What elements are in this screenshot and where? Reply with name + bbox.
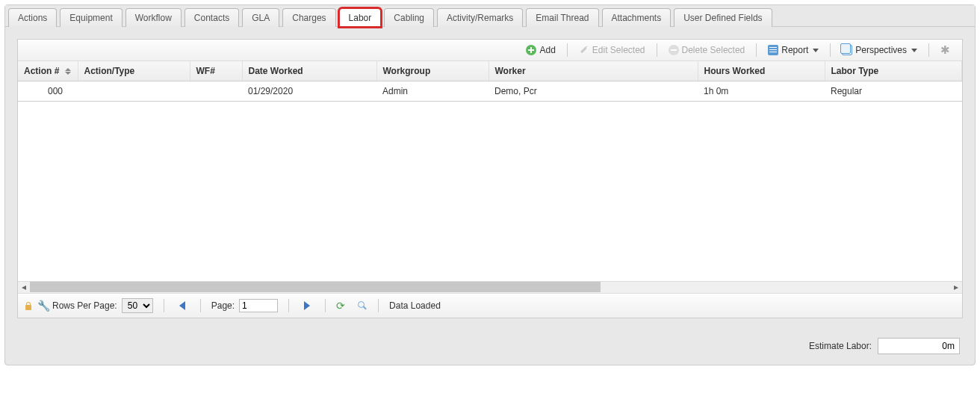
- lock-icon[interactable]: [24, 301, 33, 310]
- cell-wf: [190, 81, 242, 102]
- triangle-right-icon: [304, 301, 310, 310]
- tab-charges[interactable]: Charges: [282, 8, 335, 27]
- col-action-number[interactable]: Action #: [18, 61, 78, 81]
- grid-toolbar: Add Edit Selected Delete Selected Report: [18, 40, 962, 61]
- scroll-track[interactable]: [30, 282, 950, 292]
- tabstrip: Actions Equipment Workflow Contacts GLA …: [5, 5, 975, 27]
- delete-label: Delete Selected: [682, 45, 745, 55]
- pager-bar: 🔧 Rows Per Page: 50 Page: ⟳: [18, 293, 962, 318]
- tab-user-defined-fields[interactable]: User Defined Fields: [674, 8, 772, 27]
- cell-workgroup: Admin: [376, 81, 489, 102]
- toolbar-separator: [756, 43, 757, 57]
- toolbar-separator: [928, 43, 929, 57]
- pager-separator: [325, 299, 326, 312]
- tab-container: Actions Equipment Workflow Contacts GLA …: [4, 4, 976, 365]
- next-page-button[interactable]: [300, 299, 314, 312]
- report-icon: [768, 45, 778, 55]
- perspectives-icon: [842, 45, 852, 55]
- tab-activity-remarks[interactable]: Activity/Remarks: [437, 8, 523, 27]
- tab-actions[interactable]: Actions: [8, 8, 57, 27]
- labor-panel: Add Edit Selected Delete Selected Report: [17, 39, 963, 318]
- toolbar-separator: [567, 43, 568, 57]
- add-label: Add: [539, 45, 555, 55]
- pencil-icon: [577, 43, 592, 58]
- edit-selected-button[interactable]: Edit Selected: [574, 43, 651, 58]
- delete-selected-button[interactable]: Delete Selected: [663, 43, 751, 58]
- tab-gla[interactable]: GLA: [242, 8, 279, 27]
- rows-per-page-select[interactable]: 50: [122, 298, 153, 313]
- tab-email-thread[interactable]: Email Thread: [526, 8, 598, 27]
- gear-icon: ✱: [940, 45, 951, 55]
- estimate-labor-field[interactable]: [878, 338, 960, 354]
- tab-equipment[interactable]: Equipment: [60, 8, 122, 27]
- col-workgroup[interactable]: Workgroup: [376, 61, 489, 81]
- tab-contacts[interactable]: Contacts: [184, 8, 239, 27]
- labor-grid: Action # Action/Type WF# Date Worked Wor…: [18, 61, 962, 281]
- perspectives-label: Perspectives: [855, 45, 907, 55]
- add-button[interactable]: Add: [521, 43, 560, 58]
- triangle-left-icon: [179, 301, 185, 310]
- wrench-icon[interactable]: 🔧: [37, 300, 48, 311]
- cell-date-worked: 01/29/2020: [242, 81, 376, 102]
- scroll-thumb[interactable]: [30, 282, 601, 292]
- report-label: Report: [781, 45, 808, 55]
- col-wf[interactable]: WF#: [190, 61, 242, 81]
- col-action-type[interactable]: Action/Type: [78, 61, 190, 81]
- page-number-input[interactable]: [239, 299, 278, 312]
- search-icon[interactable]: [357, 300, 368, 311]
- pager-separator: [200, 299, 201, 312]
- tab-cabling[interactable]: Cabling: [384, 8, 434, 27]
- toolbar-separator: [830, 43, 831, 57]
- page-label: Page:: [211, 300, 235, 311]
- col-labor-type[interactable]: Labor Type: [825, 61, 962, 81]
- cell-action-number: 000: [18, 81, 78, 102]
- prev-page-button[interactable]: [175, 299, 190, 312]
- toolbar-separator: [657, 43, 657, 57]
- cell-hours-worked: 1h 0m: [698, 81, 825, 102]
- scroll-right-arrow-icon[interactable]: ▸: [950, 282, 962, 292]
- rows-per-page-label: Rows Per Page:: [52, 300, 117, 311]
- pager-separator: [164, 299, 164, 312]
- pager-status: Data Loaded: [389, 300, 441, 311]
- chevron-down-icon: [813, 49, 819, 52]
- cell-action-type: [78, 81, 190, 102]
- tab-workflow[interactable]: Workflow: [125, 8, 182, 27]
- edit-label: Edit Selected: [592, 45, 645, 55]
- perspectives-dropdown[interactable]: Perspectives: [837, 43, 922, 58]
- col-hours-worked[interactable]: Hours Worked: [698, 61, 825, 81]
- pager-separator: [288, 299, 289, 312]
- tab-labor[interactable]: Labor: [339, 8, 382, 27]
- add-icon: [526, 45, 536, 55]
- cell-worker: Demo, Pcr: [489, 81, 698, 102]
- delete-icon: [669, 45, 679, 55]
- refresh-icon[interactable]: ⟳: [336, 300, 347, 311]
- pager-separator: [378, 299, 379, 312]
- horizontal-scrollbar[interactable]: ◂ ▸: [18, 281, 962, 293]
- report-dropdown[interactable]: Report: [763, 43, 824, 58]
- tab-attachments[interactable]: Attachments: [602, 8, 672, 27]
- col-date-worked[interactable]: Date Worked: [242, 61, 376, 81]
- table-row[interactable]: 000 01/29/2020 Admin Demo, Pcr 1h 0m Reg…: [18, 81, 962, 102]
- sort-icon: [65, 68, 71, 75]
- settings-gear-button[interactable]: ✱: [935, 43, 956, 58]
- footer-bar: Estimate Labor:: [5, 330, 975, 357]
- scroll-left-arrow-icon[interactable]: ◂: [18, 282, 30, 292]
- cell-labor-type: Regular: [825, 81, 962, 102]
- chevron-down-icon: [911, 49, 917, 52]
- estimate-labor-label: Estimate Labor:: [809, 341, 872, 351]
- col-worker[interactable]: Worker: [489, 61, 698, 81]
- col-label: Action #: [24, 66, 59, 76]
